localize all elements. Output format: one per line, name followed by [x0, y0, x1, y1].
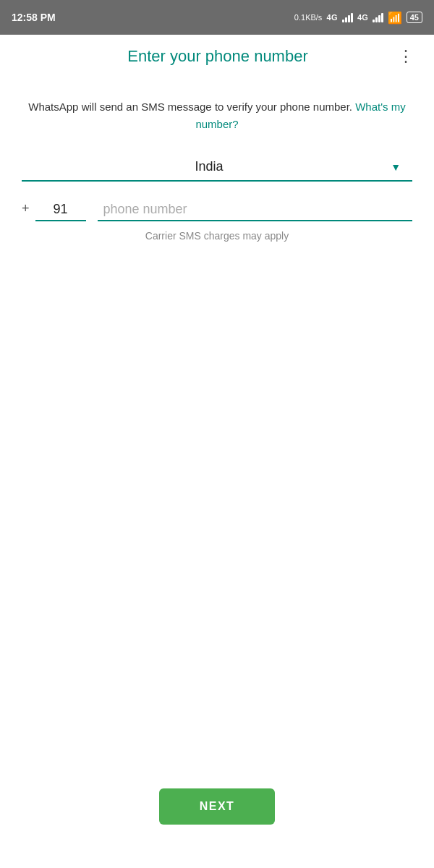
- dropdown-arrow-icon: ▼: [391, 161, 401, 173]
- signal-icon-2: [373, 12, 383, 22]
- status-bar: 12:58 PM 0.1KB/s 4G 4G 📶 45: [0, 0, 434, 35]
- net-speed: 0.1KB/s: [294, 13, 323, 22]
- country-code-input[interactable]: [35, 199, 86, 221]
- wifi-icon: 📶: [388, 11, 402, 25]
- network-type: 4G: [326, 13, 338, 22]
- main-content: WhatsApp will send an SMS message to ver…: [0, 78, 434, 242]
- page-title: Enter your phone number: [43, 47, 392, 66]
- signal-icon: [342, 12, 353, 22]
- plus-sign: +: [22, 201, 30, 219]
- phone-number-input[interactable]: [98, 199, 412, 221]
- country-name: India: [33, 159, 385, 174]
- app-bar: Enter your phone number ⋮: [0, 35, 434, 78]
- status-time: 12:58 PM: [12, 12, 56, 23]
- phone-input-row: +: [22, 199, 412, 221]
- country-selector[interactable]: India ▼: [22, 153, 412, 182]
- next-button[interactable]: NEXT: [159, 788, 276, 825]
- description-text: WhatsApp will send an SMS message to ver…: [22, 98, 412, 133]
- network-label-2: 4G: [357, 13, 368, 22]
- next-button-container: NEXT: [0, 788, 434, 825]
- status-right-icons: 0.1KB/s 4G 4G 📶 45: [294, 11, 422, 25]
- carrier-note: Carrier SMS charges may apply: [22, 230, 412, 242]
- more-options-button[interactable]: ⋮: [392, 41, 420, 72]
- battery-indicator: 45: [407, 12, 422, 23]
